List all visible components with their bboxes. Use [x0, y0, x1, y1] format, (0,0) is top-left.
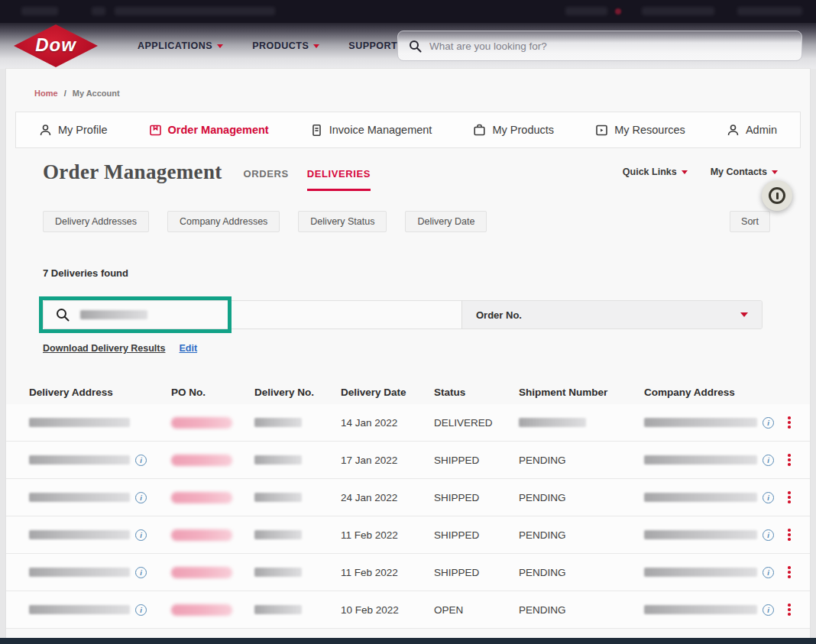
order-no-dropdown[interactable]: Order No.: [462, 301, 762, 328]
shipment-number: PENDING: [519, 604, 644, 616]
redacted-shipment-number: [519, 418, 586, 427]
user-icon: [39, 124, 52, 137]
nav-applications-label: APPLICATIONS: [138, 40, 212, 51]
delivery-search-wrap: Order No.: [43, 300, 763, 329]
col-shipment-number: Shipment Number: [519, 387, 644, 398]
nav-applications[interactable]: APPLICATIONS: [138, 40, 223, 51]
info-icon[interactable]: i: [763, 492, 774, 503]
my-contacts-dropdown[interactable]: My Contacts: [711, 167, 778, 177]
tab-my-products[interactable]: My Products: [473, 124, 554, 137]
table-row: i 17 Jan 2022 SHIPPED PENDING i: [6, 442, 810, 479]
row-menu-kebab[interactable]: [779, 451, 799, 468]
subtab-orders[interactable]: ORDERS: [244, 168, 289, 191]
info-icon[interactable]: i: [763, 417, 774, 429]
status-text: SHIPPED: [434, 455, 519, 466]
col-delivery-address: Delivery Address: [29, 387, 171, 398]
row-menu-kebab[interactable]: [779, 601, 799, 618]
site-search[interactable]: [397, 31, 802, 61]
resources-icon: [595, 124, 608, 137]
redacted-delivery-number: [254, 493, 302, 502]
tab-my-products-label: My Products: [492, 124, 554, 136]
redacted-po-number: [171, 567, 232, 578]
col-status: Status: [434, 387, 519, 398]
redacted-po-number: [171, 417, 232, 429]
info-icon[interactable]: i: [135, 492, 147, 503]
delivery-search-row: Order No.: [43, 300, 763, 329]
nav-products-label: PRODUCTS: [252, 40, 309, 51]
account-nav: My Profile Order Management Invoice Mana…: [15, 112, 801, 148]
delivery-date: 11 Feb 2022: [341, 529, 434, 541]
info-icon[interactable]: i: [763, 529, 774, 541]
quick-links-dropdown[interactable]: Quick Links: [623, 167, 688, 177]
redacted-delivery-address: [29, 530, 130, 539]
table-row: i 10 Feb 2022 OPEN PENDING i: [6, 591, 810, 629]
edit-link[interactable]: Edit: [179, 343, 197, 354]
search-icon: [409, 40, 422, 53]
redacted-text: [642, 7, 714, 15]
redacted-po-number: [171, 604, 232, 616]
deliveries-table-header: Delivery Address PO No. Delivery No. Del…: [6, 380, 810, 404]
status-text: OPEN: [434, 604, 519, 616]
breadcrumb-separator: /: [64, 89, 66, 98]
order-icon: [149, 124, 162, 137]
redacted-company-address: [644, 568, 757, 577]
chevron-down-icon: [682, 170, 688, 174]
nav-support-label: SUPPORT: [348, 40, 397, 51]
products-icon: [473, 124, 486, 137]
table-row: 14 Jan 2022 DELIVERED i: [6, 404, 810, 442]
shipment-number: PENDING: [519, 455, 644, 466]
filter-company-addresses[interactable]: Company Addresses: [167, 211, 280, 232]
delivery-search-input[interactable]: [44, 301, 461, 328]
tab-order-management[interactable]: Order Management: [149, 124, 269, 137]
bottom-bar: [0, 638, 816, 644]
chevron-down-icon: [217, 44, 223, 48]
page-title: Order Management: [43, 160, 222, 184]
nav-products[interactable]: PRODUCTS: [252, 40, 319, 51]
tab-invoice-management-label: Invoice Management: [329, 124, 432, 136]
row-menu-kebab[interactable]: [779, 526, 799, 543]
info-icon[interactable]: i: [763, 567, 774, 578]
site-search-input[interactable]: [429, 40, 791, 52]
redacted-delivery-number: [254, 455, 302, 464]
admin-icon: [727, 124, 740, 137]
info-icon[interactable]: i: [135, 567, 147, 578]
filter-delivery-addresses[interactable]: Delivery Addresses: [43, 211, 149, 232]
tab-invoice-management[interactable]: Invoice Management: [310, 124, 432, 137]
content-card: Home / My Account My Profile Order Manag…: [6, 69, 810, 638]
main-nav: APPLICATIONS PRODUCTS SUPPORT: [138, 40, 408, 51]
breadcrumb-current: My Account: [73, 89, 120, 98]
info-icon[interactable]: i: [763, 604, 774, 616]
redacted-delivery-address: [29, 605, 130, 614]
row-menu-kebab[interactable]: [779, 489, 799, 506]
redacted-search-text: [80, 310, 147, 319]
sort-button[interactable]: Sort: [730, 211, 770, 232]
notification-dot: [615, 8, 621, 15]
download-delivery-results-link[interactable]: Download Delivery Results: [43, 343, 165, 354]
tab-admin[interactable]: Admin: [727, 124, 777, 137]
info-icon[interactable]: i: [135, 529, 147, 541]
tab-admin-label: Admin: [746, 124, 777, 136]
filter-delivery-date[interactable]: Delivery Date: [405, 211, 487, 232]
table-row: i 11 Feb 2022 SHIPPED PENDING i: [6, 516, 810, 554]
page-background: Home / My Account My Profile Order Manag…: [0, 69, 816, 638]
info-icon[interactable]: i: [763, 455, 774, 466]
row-menu-kebab[interactable]: [779, 564, 799, 581]
dow-logo[interactable]: Dow: [11, 14, 101, 76]
redacted-text: [115, 7, 275, 15]
page-info-button[interactable]: [762, 180, 792, 211]
redacted-company-address: [644, 455, 757, 464]
redacted-po-number: [171, 455, 232, 466]
quick-links-label: Quick Links: [623, 167, 677, 177]
tab-my-profile[interactable]: My Profile: [39, 124, 107, 137]
shipment-number: PENDING: [519, 567, 644, 578]
tab-my-resources[interactable]: My Resources: [595, 124, 685, 137]
info-icon[interactable]: i: [135, 604, 147, 616]
info-icon[interactable]: i: [135, 455, 147, 466]
section-quick-links: Quick Links My Contacts: [623, 167, 778, 177]
subtab-deliveries[interactable]: DELIVERIES: [307, 168, 371, 191]
redacted-po-number: [171, 492, 232, 503]
delivery-date: 14 Jan 2022: [341, 417, 434, 429]
breadcrumb-home-link[interactable]: Home: [34, 89, 58, 98]
row-menu-kebab[interactable]: [779, 414, 799, 431]
filter-delivery-status[interactable]: Delivery Status: [298, 211, 387, 232]
